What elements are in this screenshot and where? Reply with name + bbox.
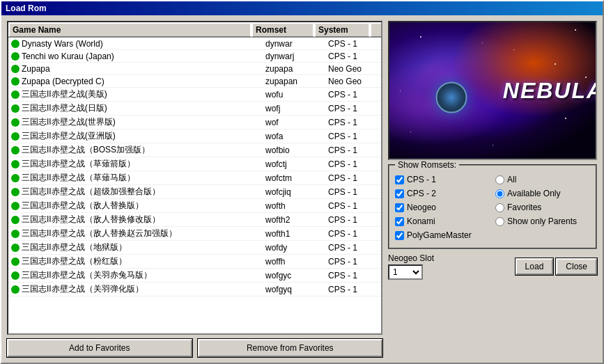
table-row[interactable]: 三国志II赤壁之战（草薙箭版）wofctjCPS - 1 (8, 157, 381, 171)
system-cell: CPS - 1 (325, 200, 381, 212)
romset-cell: wofu (263, 89, 325, 100)
table-row[interactable]: 三国志II赤壁之战(日版)wofjCPS - 1 (8, 102, 381, 116)
system-cell: CPS - 1 (325, 214, 381, 225)
system-cell: CPS - 1 (325, 145, 381, 156)
game-name-cell: 三国志II赤壁之战（BOSS加强版） (8, 143, 263, 157)
romset-cell: wofbio (263, 145, 325, 156)
game-name-text: 三国志II赤壁之战(世界版) (22, 116, 116, 128)
list-header: Game Name Romset System (8, 22, 381, 38)
radio-available[interactable] (495, 189, 504, 198)
table-row[interactable]: 三国志II赤壁之战（草薙马版）wofctmCPS - 1 (8, 171, 381, 185)
system-cell: CPS - 1 (325, 131, 381, 142)
load-button[interactable]: Load (516, 258, 554, 275)
checkbox-cps2[interactable] (395, 189, 404, 198)
game-name-cell: 三国志II赤壁之战（草薙马版） (8, 171, 263, 184)
game-name-text: 三国志II赤壁之战（草薙马版） (22, 172, 135, 184)
table-row[interactable]: 三国志II赤壁之战(亚洲版)wofaCPS - 1 (8, 129, 381, 143)
system-cell: CPS - 1 (325, 242, 381, 253)
game-name-cell: 三国志II赤壁之战（关羽赤兔马版） (8, 269, 263, 282)
status-dot (11, 188, 20, 196)
table-row[interactable]: 三国志II赤壁之战（BOSS加强版）wofbioCPS - 1 (8, 143, 381, 157)
checkboxes-column: CPS - 1 CPS - 2 Neogeo Konami (395, 173, 490, 242)
table-row[interactable]: 三国志II赤壁之战（关羽弹化版）wofgyqCPS - 1 (8, 283, 381, 296)
table-row[interactable]: 三国志II赤壁之战（粉红版）woffhCPS - 1 (8, 255, 381, 269)
status-dot (11, 104, 20, 113)
checkbox-konami[interactable] (395, 217, 404, 226)
radio-available-label: Available Only (507, 189, 561, 198)
game-name-text: 三国志II赤壁之战（敌人替换修改版） (22, 214, 160, 225)
neogeo-slot-select[interactable]: 1 2 3 4 (388, 264, 423, 280)
checkbox-cps1[interactable] (395, 175, 404, 184)
show-romsets-groupbox: Show Romsets: CPS - 1 CPS - 2 (388, 164, 597, 249)
game-name-text: 三国志II赤壁之战（草薙箭版） (22, 158, 135, 170)
table-row[interactable]: Tenchi wo Kurau (Japan)dynwarjCPS - 1 (8, 50, 381, 63)
checkbox-pgm-row: PolyGameMaster (395, 228, 490, 242)
table-row[interactable]: 三国志II赤壁之战(美版)wofuCPS - 1 (8, 88, 381, 102)
main-window: Load Rom Game Name Romset System Dynasty… (0, 0, 604, 364)
radio-available-row: Available Only (495, 187, 590, 200)
game-name-text: 三国志II赤壁之战（关羽弹化版） (22, 283, 144, 295)
system-cell: CPS - 1 (325, 173, 381, 184)
system-cell: CPS - 1 (325, 159, 381, 170)
system-cell: CPS - 1 (325, 51, 381, 62)
game-name-text: 三国志II赤壁之战（超级加强整合版） (22, 186, 160, 198)
game-name-text: 三国志II赤壁之战(美版) (22, 88, 107, 100)
table-row[interactable]: 三国志II赤壁之战（关羽赤兔马版）wofgycCPS - 1 (8, 269, 381, 283)
bottom-buttons: Load Close (516, 258, 597, 275)
game-name-cell: 三国志II赤壁之战（敌人替换版） (8, 199, 263, 212)
status-dot (11, 244, 20, 252)
table-row[interactable]: 三国志II赤壁之战(世界版)wofCPS - 1 (8, 116, 381, 129)
title-bar: Load Rom (1, 1, 603, 15)
system-cell: CPS - 1 (325, 284, 381, 295)
nebula-image: NEBULA (388, 21, 597, 160)
add-to-favorites-button[interactable]: Add to Favorites (7, 339, 192, 357)
radio-parents[interactable] (495, 217, 504, 226)
table-row[interactable]: Zupapa (Decrypted C)zupapanNeo Geo (8, 75, 381, 88)
system-cell: CPS - 1 (325, 117, 381, 128)
status-dot (11, 285, 20, 294)
romsets-group-title: Show Romsets: (395, 160, 459, 170)
header-scroll (370, 22, 381, 37)
bottom-row: Neogeo Slot 1 2 3 4 Load Close (388, 253, 597, 280)
system-cell: CPS - 1 (325, 256, 381, 267)
close-button[interactable]: Close (556, 258, 597, 275)
game-name-text: 三国志II赤壁之战（敌人替换版） (22, 200, 144, 212)
status-dot (11, 118, 20, 127)
table-row[interactable]: 三国志II赤壁之战（敌人替换修改版）wofth2CPS - 1 (8, 213, 381, 227)
romset-cell: zupapan (263, 76, 325, 87)
romset-cell: wofth1 (263, 228, 325, 239)
game-name-text: Tenchi wo Kurau (Japan) (22, 52, 114, 61)
table-row[interactable]: ZupapazupapaNeo Geo (8, 63, 381, 75)
system-cell: CPS - 1 (325, 89, 381, 100)
remove-from-favorites-button[interactable]: Remove from Favorites (198, 339, 383, 357)
checkbox-pgm[interactable] (395, 231, 404, 240)
romset-cell: zupapa (263, 63, 325, 74)
system-cell: Neo Geo (325, 76, 381, 87)
right-panel: NEBULA Show Romsets: CPS - 1 CPS - 2 (388, 21, 597, 357)
romset-cell: wof (263, 117, 325, 128)
checkbox-neogeo[interactable] (395, 203, 404, 212)
radio-favorites-label: Favorites (507, 203, 541, 212)
header-game-name: Game Name (8, 22, 251, 37)
radio-all[interactable] (495, 175, 504, 184)
table-row[interactable]: 三国志II赤壁之战（敌人替换版）wofthCPS - 1 (8, 199, 381, 213)
game-name-text: Dynasty Wars (World) (22, 39, 103, 49)
table-row[interactable]: 三国志II赤壁之战（敌人替换赵云加强版）wofth1CPS - 1 (8, 227, 381, 241)
game-name-text: 三国志II赤壁之战（粉红版） (22, 255, 127, 267)
table-row[interactable]: 三国志II赤壁之战（地狱版）wofdyCPS - 1 (8, 241, 381, 255)
window-title: Load Rom (6, 3, 47, 13)
system-cell: Neo Geo (325, 63, 381, 74)
left-panel: Game Name Romset System Dynasty Wars (Wo… (7, 21, 382, 357)
table-row[interactable]: Dynasty Wars (World)dynwarCPS - 1 (8, 38, 381, 50)
game-name-cell: Zupapa (8, 63, 263, 74)
romset-cell: wofgyc (263, 270, 325, 281)
table-row[interactable]: 三国志II赤壁之战（超级加强整合版）wofcjiqCPS - 1 (8, 185, 381, 199)
romset-cell: wofj (263, 103, 325, 114)
game-name-text: 三国志II赤壁之战（关羽赤兔马版） (22, 269, 152, 281)
game-name-cell: Zupapa (Decrypted C) (8, 76, 263, 87)
game-list-body[interactable]: Dynasty Wars (World)dynwarCPS - 1Tenchi … (8, 38, 381, 333)
status-dot (11, 77, 20, 86)
radio-favorites[interactable] (495, 203, 504, 212)
status-dot (11, 52, 20, 61)
romset-cell: wofgyq (263, 284, 325, 295)
